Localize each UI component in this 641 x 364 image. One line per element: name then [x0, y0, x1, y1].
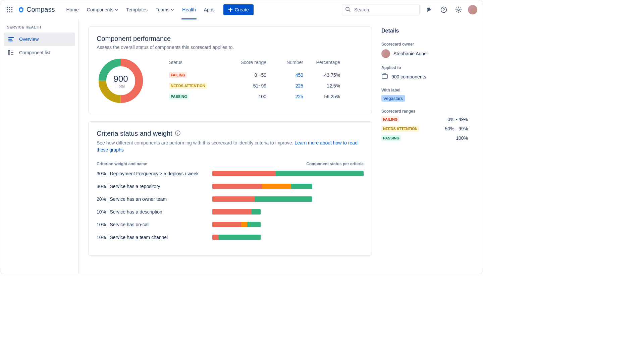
- criteria-col-right: Component status per criteria: [306, 162, 364, 166]
- details-panel: Details Scorecard owner Stephanie Auner …: [381, 26, 468, 266]
- svg-text:?: ?: [442, 7, 445, 12]
- nav-components[interactable]: Components: [84, 4, 121, 15]
- owner-label: Scorecard owner: [381, 42, 468, 47]
- nav-items: Home Components Templates Teams Health A…: [63, 4, 253, 15]
- criteria-row: 10% | Service has a team channel: [97, 235, 364, 240]
- svg-rect-6: [7, 11, 8, 12]
- score-range: 0 ~50: [223, 72, 266, 78]
- info-icon[interactable]: [175, 130, 180, 137]
- col-pct: Percentage: [303, 60, 340, 65]
- col-number: Number: [266, 60, 303, 65]
- sidebar: SERVICE HEALTH Overview Component list: [0, 19, 79, 274]
- nav-teams[interactable]: Teams: [152, 4, 177, 15]
- donut-chart: 900 Total: [97, 57, 145, 105]
- criteria-bar: [212, 209, 261, 215]
- bar-segment-passing: [276, 171, 364, 176]
- sidebar-item-label: Overview: [19, 37, 39, 42]
- criteria-label: 30% | Service has a repository: [97, 184, 212, 189]
- app-switcher-icon[interactable]: [6, 6, 14, 14]
- bar-segment-failing: [212, 222, 241, 227]
- notifications-icon[interactable]: [424, 4, 434, 15]
- nav-home-label: Home: [66, 7, 78, 12]
- brand-name: Compass: [26, 6, 55, 13]
- range-row: PASSING100%: [381, 135, 468, 141]
- applied-row[interactable]: 900 components: [381, 73, 468, 80]
- owner-name: Stephanie Auner: [393, 51, 428, 56]
- chevron-down-icon: [171, 7, 174, 12]
- nav-home[interactable]: Home: [63, 4, 82, 15]
- create-button[interactable]: Create: [223, 4, 254, 15]
- user-avatar[interactable]: [468, 5, 477, 14]
- percentage: 12.5%: [303, 83, 340, 88]
- criteria-card: Criteria status and weight See how diffe…: [88, 121, 372, 256]
- table-row: NEEDS ATTENTION 51~99 225 12.5%: [169, 80, 364, 91]
- criteria-label: 20% | Service has an owner team: [97, 196, 212, 202]
- details-title: Details: [381, 28, 468, 34]
- criteria-label: 10% | Service has a team channel: [97, 235, 212, 240]
- svg-rect-5: [11, 9, 12, 10]
- bar-segment-passing: [291, 184, 312, 189]
- help-icon[interactable]: ?: [438, 4, 449, 15]
- nav-teams-label: Teams: [156, 7, 169, 12]
- criteria-row: 10% | Service has on-call: [97, 222, 364, 227]
- score-range: 100: [223, 94, 266, 99]
- svg-rect-9: [20, 8, 22, 11]
- nav-health[interactable]: Health: [179, 4, 199, 15]
- criteria-bar: [212, 171, 364, 176]
- range-value: 0% - 49%: [447, 117, 468, 122]
- search-icon: [345, 6, 351, 13]
- bar-segment-passing: [252, 209, 261, 215]
- search-box: [342, 4, 420, 15]
- range-value: 100%: [456, 135, 468, 141]
- nav-templates[interactable]: Templates: [123, 4, 151, 15]
- criteria-row: 30% | Service has a repository: [97, 184, 364, 189]
- bar-segment-failing: [212, 171, 276, 176]
- criteria-row: 20% | Service has an owner team: [97, 196, 364, 202]
- criteria-label: 10% | Service has on-call: [97, 222, 212, 227]
- applied-value: 900 components: [391, 74, 426, 79]
- ranges-label: Scorecard ranges: [381, 109, 468, 114]
- owner-row[interactable]: Stephanie Auner: [381, 49, 468, 58]
- bar-segment-failing: [212, 184, 262, 189]
- svg-point-13: [458, 9, 460, 10]
- criteria-col-left: Criterion weight and name: [97, 162, 147, 166]
- svg-rect-14: [8, 50, 10, 55]
- number-link[interactable]: 225: [266, 94, 303, 99]
- settings-icon[interactable]: [453, 4, 464, 15]
- number-link[interactable]: 450: [266, 72, 303, 78]
- label-tag[interactable]: Vegastars: [381, 95, 405, 102]
- bar-segment-failing: [212, 235, 218, 240]
- criteria-bar: [212, 235, 261, 240]
- number-link[interactable]: 225: [266, 83, 303, 88]
- criteria-label: 10% | Service has a description: [97, 209, 212, 215]
- svg-rect-7: [9, 11, 10, 12]
- performance-table: Status Score range Number Percentage FAI…: [169, 60, 364, 102]
- sidebar-item-overview[interactable]: Overview: [4, 33, 75, 46]
- bar-segment-passing: [255, 196, 312, 202]
- svg-rect-2: [11, 7, 12, 8]
- table-row: FAILING 0 ~50 450 43.75%: [169, 70, 364, 80]
- search-input[interactable]: [342, 4, 420, 15]
- criteria-bar: [212, 222, 261, 227]
- top-navigation: Compass Home Components Templates Teams …: [0, 0, 483, 19]
- percentage: 43.75%: [303, 72, 340, 78]
- nav-apps-label: Apps: [204, 7, 215, 12]
- compass-logo[interactable]: Compass: [18, 6, 55, 13]
- criteria-bar: [212, 196, 312, 202]
- sidebar-item-label: Component list: [19, 50, 50, 55]
- criteria-bar: [212, 184, 312, 189]
- criteria-title: Criteria status and weight: [97, 130, 172, 137]
- nav-apps[interactable]: Apps: [201, 4, 218, 15]
- bar-segment-passing: [218, 235, 261, 240]
- applied-label: Applied to: [381, 65, 468, 70]
- range-badge: FAILING: [381, 116, 399, 122]
- owner-avatar: [381, 49, 390, 58]
- svg-rect-8: [11, 11, 12, 12]
- with-label-label: With label: [381, 88, 468, 93]
- percentage: 56.25%: [303, 94, 340, 99]
- list-icon: [8, 49, 14, 56]
- svg-rect-0: [7, 7, 8, 8]
- sidebar-item-component-list[interactable]: Component list: [4, 46, 75, 59]
- range-badge: PASSING: [381, 135, 401, 141]
- sidebar-title: SERVICE HEALTH: [4, 25, 75, 33]
